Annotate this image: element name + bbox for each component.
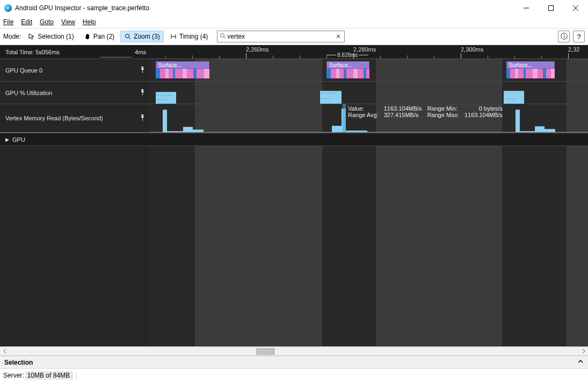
track-label-vertex-mem[interactable]: Vertex Memory Read (Bytes/Second)	[0, 104, 149, 133]
mode-label: Mode:	[3, 33, 21, 40]
track-label-gpu-group[interactable]: ▶ GPU	[0, 133, 149, 146]
scroll-thumb[interactable]	[256, 348, 275, 355]
mode-zoom-button[interactable]: Zoom (3)	[120, 31, 164, 42]
selection-panel-title: Selection	[4, 359, 33, 366]
mode-pan-label: Pan (2)	[93, 33, 114, 40]
svg-line-10	[224, 37, 226, 39]
tick-label: 2,32	[568, 46, 579, 53]
pin-icon[interactable]	[140, 114, 145, 122]
svg-point-4	[126, 34, 129, 38]
time-ruler[interactable]: 2,260ms 2,280ms 2,300ms 2,32 8.828ms	[149, 45, 588, 59]
window-title: Android GPU Inspector - sample_trace.per…	[15, 4, 149, 12]
gpu-queue-event[interactable]: Surface...	[326, 61, 369, 78]
total-time-label: Total Time: 5s056ms	[5, 49, 60, 55]
search-box[interactable]: ✕	[217, 31, 345, 42]
toolbar: Mode: Selection (1) Pan (2) Zoom (3) Tim…	[0, 28, 588, 45]
svg-rect-1	[549, 6, 554, 11]
svg-line-5	[129, 38, 130, 39]
track-label-gpu-queue[interactable]: GPU Queue 0	[0, 59, 149, 82]
tracks-content[interactable]: 2,260ms 2,280ms 2,300ms 2,32 8.828ms Sur…	[149, 45, 588, 346]
status-server-value: 10MB of 84MB	[25, 371, 72, 380]
track-gpu-queue[interactable]: Surface... Surface... Surface...	[149, 59, 588, 82]
help-icon: ?	[577, 33, 580, 41]
zoom-icon	[124, 33, 132, 40]
range-marker: 8.828ms	[326, 52, 368, 58]
caret-right-icon: ▶	[5, 137, 9, 142]
menu-help[interactable]: Help	[83, 18, 96, 26]
app-icon	[4, 4, 12, 12]
menubar: File Edit Goto View Help	[0, 16, 588, 28]
titlebar: Android GPU Inspector - sample_trace.per…	[0, 0, 588, 16]
scroll-left-icon[interactable]	[0, 347, 9, 356]
divider	[76, 372, 76, 379]
info-icon: ⓘ	[561, 32, 568, 41]
track-labels-column: Total Time: 5s056ms 4ms GPU Queue 0 GPU …	[0, 45, 149, 346]
help-button[interactable]: ?	[573, 31, 585, 42]
clear-search-icon[interactable]: ✕	[336, 33, 342, 40]
maximize-button[interactable]	[539, 0, 563, 16]
timeline-endcap: 4ms	[135, 49, 146, 55]
minimize-button[interactable]	[514, 0, 539, 16]
svg-point-9	[221, 33, 224, 37]
window-controls	[514, 0, 588, 16]
gpu-queue-event[interactable]: Surface...	[506, 61, 555, 78]
mode-zoom-label: Zoom (3)	[134, 33, 160, 40]
track-gpu-util[interactable]	[149, 82, 588, 104]
chevron-up-icon[interactable]	[577, 358, 584, 366]
value-tooltip: Value:1163.104MB/sRange Min:0 bytes/s Ra…	[348, 105, 503, 118]
search-input[interactable]	[227, 33, 336, 40]
close-button[interactable]	[563, 0, 588, 16]
timing-icon	[170, 33, 177, 40]
mode-selection-label: Selection (1)	[38, 33, 74, 40]
cursor-highlight	[343, 104, 346, 132]
scroll-track[interactable]	[9, 347, 579, 356]
info-button[interactable]: ⓘ	[558, 31, 570, 42]
mode-selection-button[interactable]: Selection (1)	[24, 31, 77, 42]
mode-pan-button[interactable]: Pan (2)	[80, 31, 118, 42]
menu-file[interactable]: File	[3, 18, 13, 26]
total-time-row: Total Time: 5s056ms 4ms	[0, 45, 149, 59]
gpu-queue-event[interactable]: Surface...	[156, 61, 209, 78]
search-icon	[220, 33, 226, 41]
menu-view[interactable]: View	[61, 18, 75, 26]
tick-label: 2,260ms	[246, 46, 268, 53]
status-server-label: Server:	[3, 372, 24, 379]
scroll-right-icon[interactable]	[579, 347, 588, 356]
mode-timing-label: Timing (4)	[179, 33, 208, 40]
cursor-icon	[28, 33, 35, 40]
track-label-gpu-util[interactable]: GPU % Utilization	[0, 82, 149, 104]
track-vertex-mem[interactable]: Value:1163.104MB/sRange Min:0 bytes/s Ra…	[149, 104, 588, 133]
menu-goto[interactable]: Goto	[40, 18, 54, 26]
mode-timing-button[interactable]: Timing (4)	[166, 31, 212, 42]
selection-panel-header[interactable]: Selection	[0, 356, 588, 368]
pin-icon[interactable]	[140, 89, 145, 97]
tick-label: 2,300ms	[461, 46, 483, 53]
pin-icon[interactable]	[140, 67, 145, 74]
trace-area[interactable]: Total Time: 5s056ms 4ms GPU Queue 0 GPU …	[0, 45, 588, 346]
status-bar: Server: 10MB of 84MB	[0, 368, 588, 381]
horizontal-scrollbar[interactable]	[0, 346, 588, 356]
track-gpu-group[interactable]	[149, 133, 588, 146]
hand-icon	[84, 33, 91, 40]
menu-edit[interactable]: Edit	[21, 18, 32, 26]
